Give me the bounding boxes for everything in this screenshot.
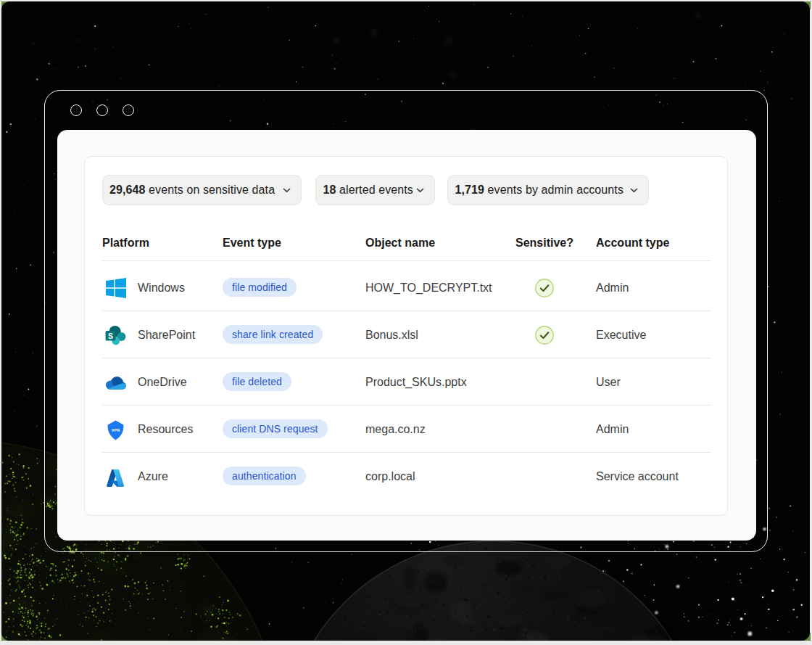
svg-text:VPN: VPN: [112, 428, 120, 432]
svg-text:S: S: [108, 332, 113, 340]
